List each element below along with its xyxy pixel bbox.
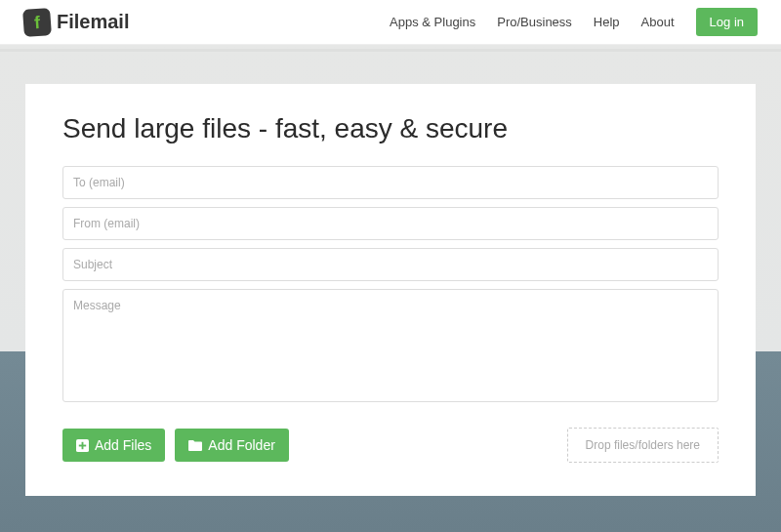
page-title: Send large files - fast, easy & secure [62,113,719,144]
dropzone[interactable]: Drop files/folders here [567,428,719,463]
nav-apps[interactable]: Apps & Plugins [390,15,475,29]
login-button[interactable]: Log in [696,8,758,36]
plus-box-icon [76,439,89,452]
nav-about[interactable]: About [641,15,675,29]
actions-row: Add Files Add Folder Drop files/folders … [62,428,719,463]
logo[interactable]: f Filemail [23,9,129,36]
subject-field[interactable] [62,248,719,281]
from-email-field[interactable] [62,207,719,240]
header: f Filemail Apps & Plugins Pro/Business H… [0,0,781,45]
folder-icon [188,439,202,451]
send-card: Send large files - fast, easy & secure A… [25,84,756,496]
hero-background: Send large files - fast, easy & secure A… [0,45,781,532]
message-field[interactable] [62,289,719,402]
nav-help[interactable]: Help [594,15,620,29]
svg-rect-2 [79,444,86,446]
add-files-label: Add Files [95,437,151,453]
add-folder-label: Add Folder [208,437,274,453]
brand-name: Filemail [57,11,129,33]
button-row: Add Files Add Folder [62,429,289,462]
logo-glyph-icon: f [22,8,52,37]
add-folder-button[interactable]: Add Folder [175,429,288,462]
add-files-button[interactable]: Add Files [62,429,165,462]
to-email-field[interactable] [62,166,719,199]
nav: Apps & Plugins Pro/Business Help About L… [390,8,758,36]
nav-pro[interactable]: Pro/Business [497,15,572,29]
